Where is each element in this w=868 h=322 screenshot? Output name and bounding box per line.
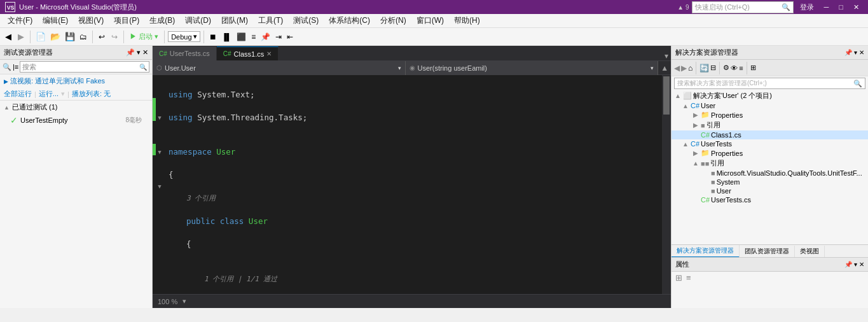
ref-user[interactable]: ■ User bbox=[672, 186, 868, 195]
menu-build[interactable]: 生成(B) bbox=[144, 14, 180, 27]
fold-class[interactable]: ▼ bbox=[158, 146, 161, 158]
sol-forward[interactable]: ▶ bbox=[681, 64, 687, 73]
minimize-button[interactable]: ─ bbox=[820, 3, 833, 11]
tab-solution-explorer[interactable]: 解决方案资源管理器 bbox=[672, 245, 740, 258]
solution-root[interactable]: ▲ ⬜ 解决方案'User' (2 个项目) bbox=[672, 90, 868, 101]
tab-class-view[interactable]: 类视图 bbox=[795, 246, 825, 257]
user-login[interactable]: 登录 bbox=[796, 3, 818, 12]
toolbar-undo[interactable]: ↩ bbox=[96, 31, 107, 43]
run-all-button[interactable]: 全部运行 bbox=[4, 89, 32, 99]
props-dropdown[interactable]: ▾ bbox=[854, 261, 857, 268]
test-search[interactable]: 🔍 bbox=[3, 63, 11, 71]
nav-member-dropdown[interactable]: ◉ User(string userEamil) ▾ bbox=[406, 61, 659, 75]
usertests-properties[interactable]: ▶ 📁 Properties bbox=[672, 148, 868, 158]
fold-namespace[interactable]: ▼ bbox=[158, 112, 161, 123]
toolbar-icon-3[interactable]: ⬛ bbox=[235, 31, 248, 43]
test-explorer-pin[interactable]: 📌 bbox=[126, 48, 135, 57]
sol-home[interactable]: ⌂ bbox=[688, 64, 692, 73]
test-search-box[interactable]: 搜索 🔍 bbox=[20, 61, 149, 73]
sol-back[interactable]: ◀ bbox=[674, 64, 680, 73]
editor-nav-bar: ⬡ User.User ▾ ◉ User(string userEamil) ▾… bbox=[153, 61, 671, 75]
run-button[interactable]: 运行... bbox=[39, 89, 59, 99]
code-text[interactable]: using System.Text; using System.Threadin… bbox=[163, 75, 662, 294]
tab-team-explorer[interactable]: 团队资源管理器 bbox=[740, 246, 795, 257]
sol-properties[interactable]: ⚙ bbox=[723, 64, 729, 72]
test-filter[interactable]: |≡ bbox=[13, 63, 18, 71]
zoom-level[interactable]: 100 % bbox=[158, 298, 177, 305]
debug-dropdown-icon[interactable]: ▾ bbox=[193, 32, 197, 41]
project-usertests[interactable]: ▲ C# UserTests bbox=[672, 139, 868, 148]
menu-team[interactable]: 团队(M) bbox=[216, 14, 253, 27]
scrollbar-thumb[interactable] bbox=[663, 76, 670, 115]
expand-passed-icon[interactable]: ▲ bbox=[4, 104, 10, 111]
menu-project[interactable]: 项目(P) bbox=[109, 14, 144, 27]
nav-class-dropdown[interactable]: ⬡ User.User ▾ bbox=[153, 61, 406, 75]
test-explorer-dropdown[interactable]: ▾ bbox=[137, 48, 141, 57]
debug-mode-select[interactable]: Debug ▾ bbox=[168, 31, 200, 42]
menu-architecture[interactable]: 体系结构(C) bbox=[324, 14, 375, 27]
test-explorer-close[interactable]: ✕ bbox=[142, 48, 148, 57]
tab-class1[interactable]: C# Class1.cs ✕ bbox=[217, 46, 279, 60]
toolbar-save[interactable]: 💾 bbox=[63, 31, 77, 43]
user-references[interactable]: ▶ ■ 引用 bbox=[672, 120, 868, 130]
quick-search[interactable]: 快速启动 (Ctrl+Q) 🔍 bbox=[692, 1, 794, 13]
project-user[interactable]: ▲ C# User bbox=[672, 101, 868, 110]
properties-icon1[interactable]: ⊞ bbox=[675, 273, 682, 283]
maximize-button[interactable]: □ bbox=[835, 3, 847, 11]
menu-help[interactable]: 帮助(H) bbox=[449, 14, 485, 27]
toolbar-icon-4[interactable]: ≡ bbox=[249, 31, 258, 43]
toolbar-icon-7[interactable]: ⇤ bbox=[285, 31, 295, 43]
sol-collapse[interactable]: ⊟ bbox=[710, 64, 716, 72]
usertests-references[interactable]: ▲ ■■ 引用 bbox=[672, 158, 868, 169]
class1-cs-item[interactable]: C# Class1.cs bbox=[672, 130, 868, 139]
properties-title: 属性 bbox=[675, 260, 689, 269]
test-item-userempty[interactable]: ✓ UserTestEmpty 8毫秒 bbox=[0, 114, 152, 127]
close-button[interactable]: ✕ bbox=[850, 3, 863, 11]
editor-scrollbar[interactable] bbox=[662, 75, 671, 294]
tab-usertests[interactable]: C# UserTests.cs bbox=[153, 46, 217, 60]
menu-test[interactable]: 测试(S) bbox=[288, 14, 324, 27]
editor-scroll-up[interactable]: ▲ bbox=[658, 64, 671, 73]
zoom-dropdown[interactable]: ▾ bbox=[183, 297, 186, 305]
menu-window[interactable]: 窗口(W) bbox=[411, 14, 449, 27]
toolbar-save-all[interactable]: 🗂 bbox=[78, 31, 89, 43]
solution-search-box[interactable]: 搜索解决方案资源管理器(Ctrl+;) 🔍 bbox=[674, 78, 865, 89]
sol-filter[interactable]: ≡ bbox=[739, 64, 743, 72]
sol-expand-all[interactable]: ⊞ bbox=[750, 64, 756, 72]
sol-refresh[interactable]: 🔄 bbox=[699, 64, 709, 73]
menu-analyze[interactable]: 分析(N) bbox=[375, 14, 411, 27]
toolbar-icon-6[interactable]: ⇥ bbox=[273, 31, 284, 43]
user-properties[interactable]: ▶ 📁 Properties bbox=[672, 110, 868, 120]
props-close[interactable]: ✕ bbox=[859, 261, 864, 268]
toolbar-new[interactable]: 📄 bbox=[34, 31, 48, 43]
editor-dropdown-btn[interactable]: ▾ bbox=[662, 52, 671, 60]
toolbar-icon-5[interactable]: 📌 bbox=[259, 31, 272, 43]
toolbar-icon-2[interactable]: ▐▌ bbox=[220, 32, 234, 42]
sol-pin[interactable]: 📌 bbox=[844, 49, 852, 56]
menu-file[interactable]: 文件(F) bbox=[3, 14, 38, 27]
properties-icon2[interactable]: ≡ bbox=[686, 273, 691, 283]
sol-dropdown[interactable]: ▾ bbox=[854, 49, 857, 56]
toolbar-forward[interactable]: ▶ bbox=[15, 31, 27, 43]
toolbar-back[interactable]: ◀ bbox=[3, 31, 14, 43]
tab-class1-close[interactable]: ✕ bbox=[266, 50, 272, 57]
menu-view[interactable]: 视图(V) bbox=[73, 14, 109, 27]
ref-system[interactable]: ■ System bbox=[672, 178, 868, 186]
toolbar-start[interactable]: ▶ 启动 ▾ bbox=[127, 31, 161, 43]
playlist-label[interactable]: 播放列表: 无 bbox=[72, 89, 111, 99]
ref-mstest[interactable]: ■ Microsoft.VisualStudio.QualityTools.Un… bbox=[672, 169, 868, 178]
sol-preview[interactable]: 👁 bbox=[731, 64, 738, 72]
toolbar-open[interactable]: 📂 bbox=[48, 31, 62, 43]
menu-tools[interactable]: 工具(T) bbox=[253, 14, 288, 27]
ut-ref-icon: ■■ bbox=[701, 160, 709, 167]
menu-edit[interactable]: 编辑(E) bbox=[38, 14, 73, 27]
test-livestream-link[interactable]: ▶ 流视频: 通过单元测试和 Fakes bbox=[0, 74, 152, 88]
sol-close[interactable]: ✕ bbox=[859, 49, 864, 56]
usertests-cs-item[interactable]: C# UserTests.cs bbox=[672, 195, 868, 204]
fold-method[interactable]: ▼ bbox=[158, 181, 161, 192]
props-pin[interactable]: 📌 bbox=[844, 261, 852, 268]
menu-debug[interactable]: 调试(D) bbox=[180, 14, 216, 27]
toolbar-redo[interactable]: ↪ bbox=[109, 31, 120, 43]
toolbar-icon-1[interactable]: ⏹ bbox=[207, 31, 219, 43]
user-project-label: User bbox=[701, 102, 715, 109]
